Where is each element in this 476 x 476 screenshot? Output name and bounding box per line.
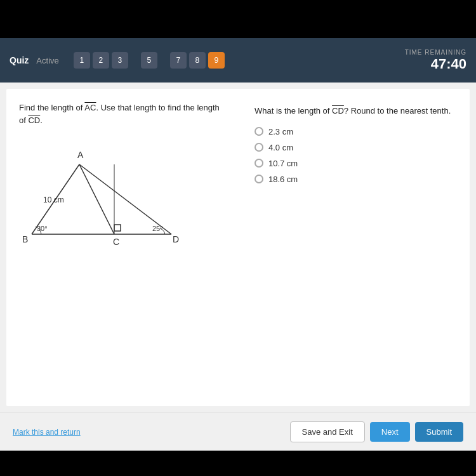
label-A: A	[77, 150, 84, 160]
question-area: Find the length of AC. Use that length t…	[6, 89, 470, 406]
triangle-svg: A B C D 10 cm 30° 25°	[19, 142, 184, 256]
quiz-label: Quiz	[10, 55, 29, 65]
cd-label-left: CD	[28, 116, 40, 125]
svg-line-1	[79, 164, 114, 234]
side-label: 10 cm	[43, 195, 64, 204]
q-btn-7[interactable]: 7	[170, 52, 187, 69]
radio-2[interactable]	[255, 143, 263, 152]
left-panel: Find the length of AC. Use that length t…	[19, 102, 242, 393]
right-panel: What is the length of CD? Round to the n…	[255, 102, 457, 393]
timer-value: 47:40	[405, 56, 466, 72]
option-3-label: 10.7 cm	[268, 159, 298, 168]
quiz-screen: Quiz Active 1 2 3 5 7 8 9 TIME REMAINING…	[0, 0, 476, 476]
option-1-label: 2.3 cm	[268, 127, 293, 136]
label-D: D	[173, 234, 179, 244]
question-line2: of CD.	[19, 116, 43, 125]
bottom-black-bar	[0, 451, 476, 476]
cd-label-right: CD	[332, 106, 344, 116]
option-4[interactable]: 18.6 cm	[255, 175, 457, 184]
bottom-bar: Mark this and return Save and Exit Next …	[0, 413, 476, 451]
timer-label: TIME REMAINING	[405, 49, 466, 56]
nav-left: Quiz Active 1 2 3 5 7 8 9	[10, 52, 225, 69]
radio-4[interactable]	[255, 175, 263, 183]
top-black-bar	[0, 0, 476, 38]
question-text-left: Find the length of AC. Use that length t…	[19, 102, 242, 126]
angle-d-label: 25°	[152, 225, 163, 232]
q-btn-9[interactable]: 9	[208, 52, 225, 69]
option-2[interactable]: 4.0 cm	[255, 143, 457, 152]
q-btn-5[interactable]: 5	[141, 52, 157, 69]
mark-return-link[interactable]: Mark this and return	[13, 428, 81, 437]
bottom-buttons: Save and Exit Next Submit	[290, 421, 463, 442]
svg-rect-5	[114, 225, 121, 231]
main-content: Find the length of AC. Use that length t…	[0, 83, 476, 451]
q-btn-1[interactable]: 1	[74, 52, 90, 69]
question-numbers: 1 2 3 5 7 8 9	[74, 52, 225, 69]
answer-question: What is the length of CD? Round to the n…	[255, 105, 457, 117]
submit-button[interactable]: Submit	[415, 422, 463, 442]
ac-label: AC	[84, 103, 96, 112]
triangle-diagram: A B C D 10 cm 30° 25°	[19, 142, 184, 256]
svg-line-3	[79, 164, 171, 234]
nav-bar: Quiz Active 1 2 3 5 7 8 9 TIME REMAINING…	[0, 38, 476, 83]
label-C: C	[113, 237, 119, 247]
next-button[interactable]: Next	[370, 422, 410, 442]
active-label: Active	[36, 56, 58, 65]
radio-1[interactable]	[255, 127, 263, 136]
option-3[interactable]: 10.7 cm	[255, 159, 457, 168]
q-btn-8[interactable]: 8	[189, 52, 206, 69]
question-line1: Find the length of AC. Use that length t…	[19, 103, 220, 112]
q-btn-2[interactable]: 2	[93, 52, 109, 69]
radio-3[interactable]	[255, 159, 263, 168]
option-2-label: 4.0 cm	[268, 143, 293, 152]
save-exit-button[interactable]: Save and Exit	[290, 421, 365, 442]
option-4-label: 18.6 cm	[268, 175, 298, 184]
q-btn-3[interactable]: 3	[112, 52, 128, 69]
option-1[interactable]: 2.3 cm	[255, 127, 457, 136]
options-list: 2.3 cm 4.0 cm 10.7 cm 18.6 cm	[255, 127, 457, 184]
label-B: B	[22, 234, 28, 244]
timer-section: TIME REMAINING 47:40	[405, 49, 466, 72]
